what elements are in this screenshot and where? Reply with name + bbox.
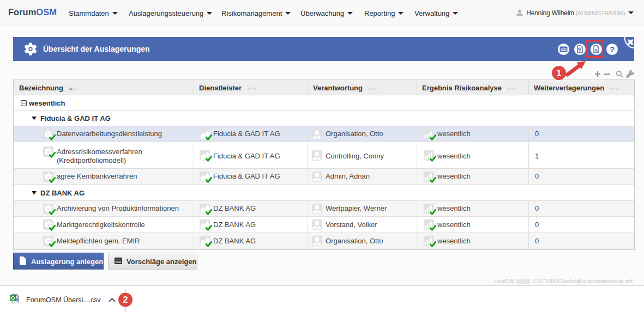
svg-text:x: x	[594, 47, 598, 53]
svg-text:2: 2	[123, 295, 128, 304]
svg-text:a: a	[16, 298, 18, 301]
